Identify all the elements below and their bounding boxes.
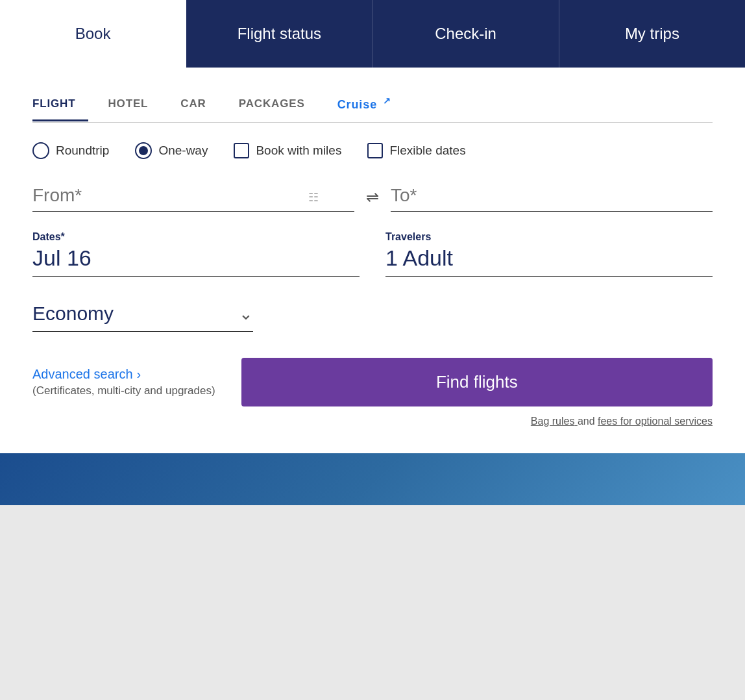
tab-cruise[interactable]: Cruise ↗ — [337, 88, 404, 123]
tab-packages[interactable]: PACKAGES — [239, 90, 318, 121]
airport-icon: ☷ — [308, 190, 319, 205]
advanced-search-area: Advanced search › (Certificates, multi-c… — [32, 367, 215, 397]
sub-tabs: FLIGHT HOTEL CAR PACKAGES Cruise ↗ — [32, 87, 713, 123]
oneway-radio-selected — [139, 146, 148, 155]
advanced-search-link[interactable]: Advanced search › — [32, 367, 215, 382]
bag-rules-row: Bag rules and fees for optional services — [32, 416, 713, 427]
advanced-search-chevron-icon: › — [137, 367, 141, 382]
flexible-dates-checkbox[interactable] — [367, 143, 383, 158]
app-container: Book Flight status Check-in My trips FLI… — [0, 0, 745, 505]
bottom-image-area — [0, 453, 745, 505]
dates-field[interactable]: Dates* Jul 16 — [32, 231, 360, 277]
flexible-dates-option[interactable]: Flexible dates — [367, 143, 465, 158]
content-area: FLIGHT HOTEL CAR PACKAGES Cruise ↗ Round… — [0, 68, 745, 453]
economy-row: Economy ⌄ — [32, 303, 253, 332]
nav-check-in[interactable]: Check-in — [373, 0, 559, 68]
from-to-row: ☷ ⇌ — [32, 185, 713, 212]
roundtrip-radio[interactable] — [32, 142, 49, 159]
swap-area: ⇌ — [354, 188, 391, 212]
tab-flight[interactable]: FLIGHT — [32, 90, 88, 121]
cabin-class-value: Economy — [32, 303, 114, 325]
bag-rules-link[interactable]: Bag rules — [531, 416, 578, 427]
optional-services-link[interactable]: fees for optional services — [598, 416, 713, 427]
from-field-container: ☷ — [32, 185, 354, 212]
to-field-container — [391, 185, 713, 212]
dates-label: Dates* — [32, 231, 360, 243]
to-input[interactable] — [391, 185, 713, 206]
bottom-row: Advanced search › (Certificates, multi-c… — [32, 358, 713, 406]
trip-options-row: Roundtrip One-way Book with miles Flexib… — [32, 142, 713, 159]
nav-my-trips[interactable]: My trips — [559, 0, 745, 68]
oneway-option[interactable]: One-way — [135, 142, 208, 159]
cabin-class-select[interactable]: Economy ⌄ — [32, 303, 253, 332]
swap-icon[interactable]: ⇌ — [366, 188, 379, 206]
book-miles-checkbox[interactable] — [234, 143, 249, 158]
travelers-value: 1 Adult — [385, 245, 713, 271]
book-miles-option[interactable]: Book with miles — [234, 143, 341, 158]
advanced-search-subtitle: (Certificates, multi-city and upgrades) — [32, 384, 215, 397]
external-link-icon: ↗ — [383, 95, 391, 106]
dates-value: Jul 16 — [32, 245, 360, 271]
oneway-radio[interactable] — [135, 142, 152, 159]
roundtrip-option[interactable]: Roundtrip — [32, 142, 109, 159]
top-nav: Book Flight status Check-in My trips — [0, 0, 745, 68]
travelers-label: Travelers — [385, 231, 713, 243]
tab-car[interactable]: CAR — [180, 90, 219, 121]
dates-travelers-row: Dates* Jul 16 Travelers 1 Adult — [32, 231, 713, 277]
nav-book[interactable]: Book — [0, 0, 186, 68]
chevron-down-icon: ⌄ — [239, 304, 253, 324]
travelers-field[interactable]: Travelers 1 Adult — [385, 231, 713, 277]
find-flights-button[interactable]: Find flights — [241, 358, 713, 406]
nav-flight-status[interactable]: Flight status — [186, 0, 373, 68]
tab-hotel[interactable]: HOTEL — [108, 90, 161, 121]
from-input[interactable] — [32, 185, 354, 206]
